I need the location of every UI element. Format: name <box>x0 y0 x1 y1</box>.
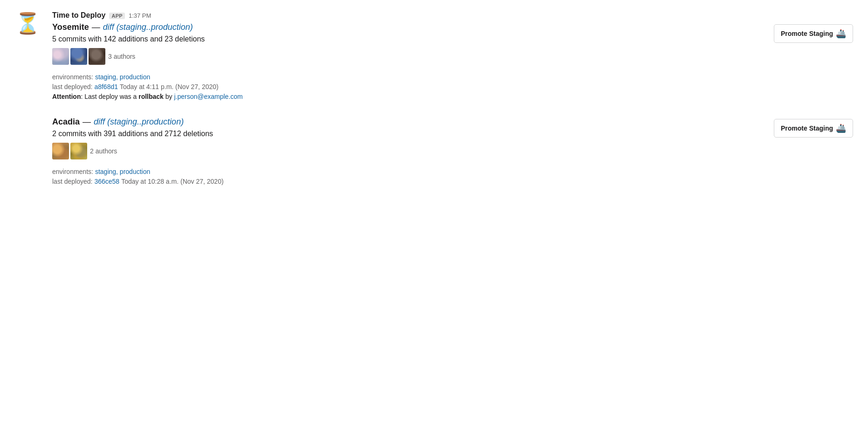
app-name-acadia: Acadia <box>52 117 80 127</box>
attention-label-yosemite: Attention <box>52 93 81 100</box>
commits-line-acadia: 2 commits with 391 additions and 2712 de… <box>52 130 763 138</box>
commit-hash-acadia[interactable]: 366ce58 <box>94 178 119 185</box>
authors-count-yosemite: 3 authors <box>108 53 135 60</box>
authors-row-yosemite: 3 authors <box>52 48 763 65</box>
deploy-title-acadia: Acadia — diff (staging..production) <box>52 117 763 127</box>
app-name-yosemite: Yosemite <box>52 22 89 32</box>
deploy-blocks: Yosemite — diff (staging..production) 5 … <box>52 22 853 185</box>
rollback-label-yosemite: rollback <box>138 93 164 100</box>
promote-staging-button-yosemite[interactable]: Promote Staging 🚢 <box>774 24 853 43</box>
attention-text-yosemite: : Last deploy was a <box>81 93 138 100</box>
deploy-info-acadia: Acadia — diff (staging..production) 2 co… <box>52 117 763 185</box>
diff-link-acadia[interactable]: diff (staging..production) <box>94 117 184 127</box>
promote-staging-label-yosemite: Promote Staging <box>781 30 833 37</box>
message-container: ⏳ Time to Deploy APP 1:37 PM Yosemite — … <box>15 11 853 185</box>
deploy-item-acadia: Acadia — diff (staging..production) 2 co… <box>52 117 853 185</box>
diff-link-yosemite[interactable]: diff (staging..production) <box>103 22 193 32</box>
meta-section-yosemite: environments: staging, production last d… <box>52 73 763 100</box>
deploy-row-yosemite: Yosemite — diff (staging..production) 5 … <box>52 22 853 100</box>
app-badge: APP <box>109 13 125 19</box>
message-header: Time to Deploy APP 1:37 PM <box>52 11 853 20</box>
dash-acadia: — <box>83 117 91 127</box>
deploy-info-yosemite: Yosemite — diff (staging..production) 5 … <box>52 22 763 100</box>
environments-label-yosemite: environments: <box>52 73 93 81</box>
author-avatar-2 <box>70 48 87 65</box>
meta-section-acadia: environments: staging, production last d… <box>52 168 763 185</box>
ship-icon-acadia: 🚢 <box>836 123 846 133</box>
author-avatar-5 <box>70 143 87 159</box>
promote-staging-label-acadia: Promote Staging <box>781 125 833 132</box>
author-avatars-acadia <box>52 143 87 159</box>
deploy-item-yosemite: Yosemite — diff (staging..production) 5 … <box>52 22 853 100</box>
deploy-row-acadia: Acadia — diff (staging..production) 2 co… <box>52 117 853 185</box>
meta-environments-acadia: environments: staging, production <box>52 168 763 175</box>
author-avatar-1 <box>52 48 69 65</box>
environments-label-acadia: environments: <box>52 168 93 175</box>
deploy-time-yosemite: Today at 4:11 p.m. (Nov 27, 2020) <box>120 83 219 90</box>
hourglass-icon: ⏳ <box>15 13 41 34</box>
environments-link-yosemite[interactable]: staging, production <box>95 73 150 81</box>
attention-user-yosemite[interactable]: j.person@example.com <box>174 93 242 100</box>
deploy-time-acadia: Today at 10:28 a.m. (Nov 27, 2020) <box>121 178 223 185</box>
last-deployed-label-acadia: last deployed: <box>52 178 92 185</box>
meta-environments-yosemite: environments: staging, production <box>52 73 763 81</box>
bot-avatar: ⏳ <box>15 11 47 34</box>
meta-lastdeployed-acadia: last deployed: 366ce58 Today at 10:28 a.… <box>52 178 763 185</box>
deploy-title-yosemite: Yosemite — diff (staging..production) <box>52 22 763 32</box>
commits-line-yosemite: 5 commits with 142 additions and 23 dele… <box>52 35 763 43</box>
author-avatar-4 <box>52 143 69 159</box>
dash-yosemite: — <box>92 22 100 32</box>
attention-suffix-yosemite: by <box>164 93 174 100</box>
meta-lastdeployed-yosemite: last deployed: a8f68d1 Today at 4:11 p.m… <box>52 83 763 90</box>
author-avatars-yosemite <box>52 48 105 65</box>
authors-row-acadia: 2 authors <box>52 143 763 159</box>
environments-link-acadia[interactable]: staging, production <box>95 168 150 175</box>
attention-line-yosemite: Attention: Last deploy was a rollback by… <box>52 93 763 100</box>
authors-count-acadia: 2 authors <box>90 147 117 155</box>
sender-name: Time to Deploy <box>52 11 105 20</box>
message-content: Time to Deploy APP 1:37 PM Yosemite — di… <box>52 11 853 185</box>
commit-hash-yosemite[interactable]: a8f68d1 <box>94 83 118 90</box>
message-timestamp: 1:37 PM <box>129 12 151 19</box>
last-deployed-label-yosemite: last deployed: <box>52 83 92 90</box>
ship-icon-yosemite: 🚢 <box>836 28 846 39</box>
author-avatar-3 <box>89 48 105 65</box>
promote-staging-button-acadia[interactable]: Promote Staging 🚢 <box>774 119 853 138</box>
